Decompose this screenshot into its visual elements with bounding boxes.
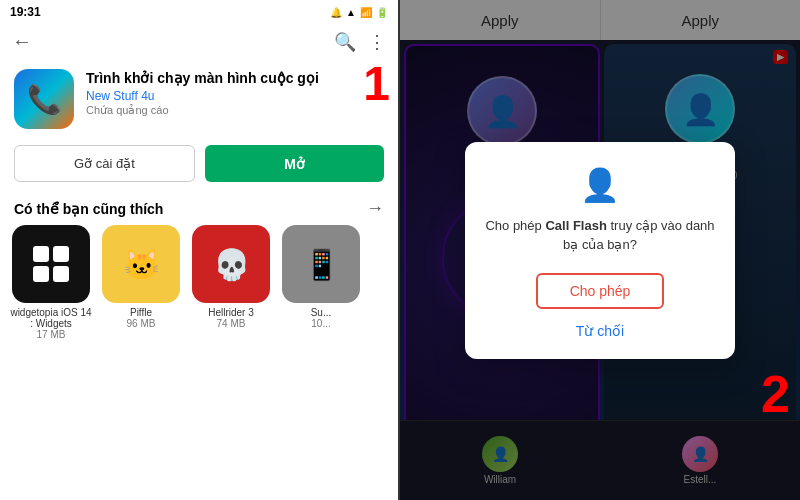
app-size: 96 MB (127, 318, 156, 329)
dialog-intro: Cho phép (485, 218, 545, 233)
app-size: 10... (311, 318, 330, 329)
app-grid: widgetopia iOS 14 : Widgets 17 MB 🐱 Piff… (0, 225, 398, 340)
battery-icon: 🔋 (376, 7, 388, 18)
app-size: 74 MB (217, 318, 246, 329)
back-button[interactable]: ← (12, 30, 32, 53)
search-icon[interactable]: 🔍 (334, 31, 356, 53)
list-item[interactable]: 🐱 Piffle 96 MB (100, 225, 182, 340)
list-item[interactable]: 💀 Hellrider 3 74 MB (190, 225, 272, 340)
app-thumb-hellrider: 💀 (192, 225, 270, 303)
app-thumb-other: 📱 (282, 225, 360, 303)
app-details: Trình khởi chạy màn hình cuộc gọi New St… (86, 69, 384, 117)
permission-dialog: 👤 Cho phép Call Flash truy cập vào danh … (465, 142, 735, 359)
app-size: 17 MB (37, 329, 66, 340)
allow-button[interactable]: Cho phép (536, 273, 665, 309)
app-thumb-piffle: 🐱 (102, 225, 180, 303)
status-icons: 🔔 ▲ 📶 🔋 (330, 7, 388, 18)
app-ad-label: Chứa quảng cáo (86, 104, 384, 117)
right-panel: Apply Apply 👤 Vctoria 000-0000-0000 ▶ 👤 … (400, 0, 800, 500)
top-nav: ← 🔍 ⋮ (0, 24, 398, 59)
action-buttons: Gỡ cài đặt Mở (0, 139, 398, 188)
list-item[interactable]: 📱 Su... 10... (280, 225, 362, 340)
app-name: Piffle (130, 307, 152, 318)
recommended-label: Có thể bạn cũng thích (14, 201, 163, 217)
app-title: Trình khởi chạy màn hình cuộc gọi (86, 69, 384, 87)
app-author[interactable]: New Stuff 4u (86, 89, 384, 103)
app-name: Hellrider 3 (208, 307, 254, 318)
left-panel: 19:31 🔔 ▲ 📶 🔋 ← 🔍 ⋮ 📞 Trình khởi chạy mà… (0, 0, 400, 500)
deny-button[interactable]: Từ chối (572, 319, 628, 343)
step-1-badge: 1 (363, 60, 390, 108)
status-bar: 19:31 🔔 ▲ 📶 🔋 (0, 0, 398, 24)
wifi-icon: 📶 (360, 7, 372, 18)
signal-icon: ▲ (346, 7, 356, 18)
step-2-badge: 2 (761, 368, 790, 420)
list-item[interactable]: widgetopia iOS 14 : Widgets 17 MB (10, 225, 92, 340)
app-name: Su... (311, 307, 332, 318)
status-time: 19:31 (10, 5, 41, 19)
recommended-arrow[interactable]: → (366, 198, 384, 219)
uninstall-button[interactable]: Gỡ cài đặt (14, 145, 195, 182)
notification-icon: 🔔 (330, 7, 342, 18)
app-name: widgetopia iOS 14 : Widgets (10, 307, 92, 329)
open-button[interactable]: Mở (205, 145, 384, 182)
app-info: 📞 Trình khởi chạy màn hình cuộc gọi New … (0, 59, 398, 139)
recommended-section: Có thể bạn cũng thích → (0, 188, 398, 225)
more-options-icon[interactable]: ⋮ (368, 31, 386, 53)
person-icon: 👤 (580, 166, 620, 204)
dialog-overlay: 👤 Cho phép Call Flash truy cập vào danh … (400, 0, 800, 500)
app-thumb-widgetopia (12, 225, 90, 303)
dialog-app-name: Call Flash (545, 218, 606, 233)
app-icon: 📞 (14, 69, 74, 129)
dialog-text: Cho phép Call Flash truy cập vào danh bạ… (485, 216, 715, 255)
